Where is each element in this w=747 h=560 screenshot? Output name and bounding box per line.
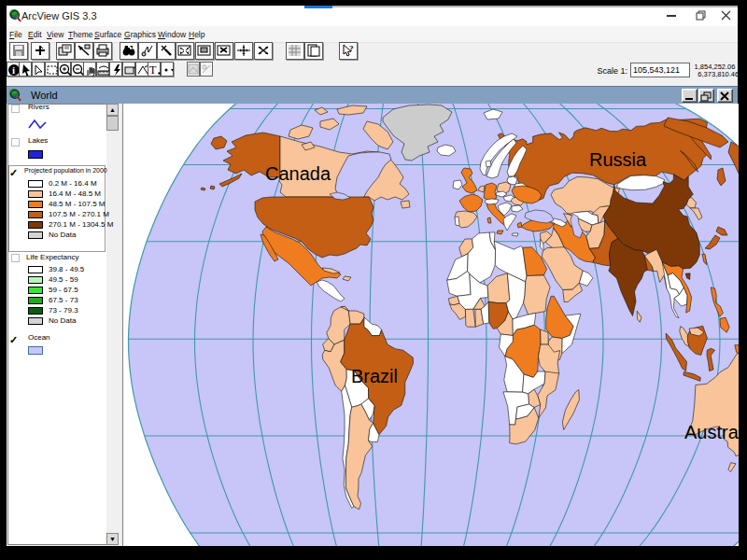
svg-text:Australia: Australia: [684, 422, 739, 442]
svg-text:Canada: Canada: [265, 163, 331, 184]
svg-text:Brazil: Brazil: [351, 366, 398, 386]
svg-text:Russia: Russia: [589, 149, 647, 170]
svg-text:i: i: [12, 64, 15, 76]
svg-text:?: ?: [349, 44, 354, 53]
svg-text:T: T: [149, 63, 157, 77]
